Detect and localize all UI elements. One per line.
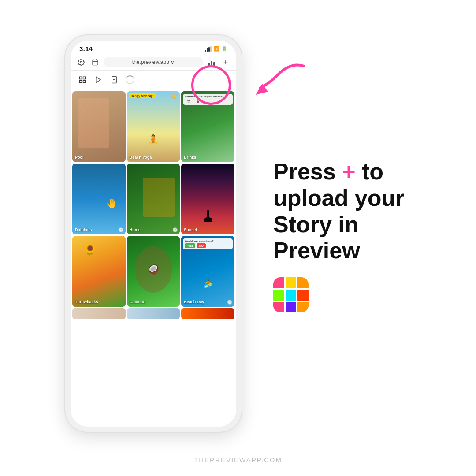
cell-clock-home: 🕐 xyxy=(172,227,178,232)
bar-chart-tab-icon[interactable] xyxy=(206,59,217,66)
poll-option-2: 🧉 xyxy=(194,99,202,104)
phone-mockup: 3:14 📶 🔋 xyxy=(65,35,242,432)
bc-bar-3 xyxy=(213,62,215,66)
cell-label-beach-yoga: Beach Yoga xyxy=(130,155,152,160)
app-icon-cell-9 xyxy=(298,302,309,313)
drinks-poll-overlay: Which one would you choose? ☕ 🧉 xyxy=(183,94,233,105)
grid-cell-home[interactable]: Home 🕐 xyxy=(127,164,180,234)
cell-label-drinks: Drinks xyxy=(184,155,196,160)
partial-cell-1 xyxy=(72,308,126,319)
grid-cell-dolphins[interactable]: 🤚 Dolphins 🕐 xyxy=(72,164,126,234)
cell-label-sunset: Sunset xyxy=(184,227,197,232)
grid-cell-beach-day[interactable]: Would you swim here? YES NO 🏄 Beach Day … xyxy=(181,236,234,307)
cell-label-pool: Pool xyxy=(75,155,84,160)
signal-bar-2 xyxy=(207,48,208,52)
svg-point-0 xyxy=(80,61,82,63)
story-in-text: Story in xyxy=(273,212,359,237)
poll-option-1: ☕ xyxy=(185,99,193,104)
arrow-svg xyxy=(247,57,309,101)
status-bar: 3:14 📶 🔋 xyxy=(71,41,236,54)
grid-cell-drinks[interactable]: Which one would you choose? ☕ 🧉 Drinks xyxy=(181,91,234,162)
app-icon-cell-5 xyxy=(286,290,297,301)
partial-row xyxy=(72,308,234,319)
main-text: Press + to upload your Story in Preview xyxy=(273,159,454,264)
cell-label-home: Home xyxy=(130,227,141,232)
swim-yes-option: YES xyxy=(185,243,195,248)
swim-no-option: NO xyxy=(197,243,206,248)
svg-rect-5 xyxy=(79,77,82,79)
status-icons: 📶 🔋 xyxy=(205,46,227,52)
cell-label-beach-day: Beach Day xyxy=(184,300,204,304)
grid-cell-beach-yoga[interactable]: Happy Monday! ☀️ 🧘 Beach Yoga xyxy=(127,91,180,162)
preview-text: Preview xyxy=(273,238,360,263)
photo-grid-container: Pool Happy Monday! ☀️ 🧘 Beach Yoga Which… xyxy=(71,89,236,427)
bottom-url: THEPREVIEWAPP.COM xyxy=(194,456,282,464)
app-icon-cell-2 xyxy=(286,277,297,288)
signal-bar-4 xyxy=(210,46,212,52)
status-time: 3:14 xyxy=(79,45,93,52)
bc-bar-1 xyxy=(208,63,210,66)
play-tab-icon[interactable] xyxy=(92,73,105,86)
phone-inner: 3:14 📶 🔋 xyxy=(71,41,236,427)
to-text: to xyxy=(356,159,384,184)
signal-bar-3 xyxy=(208,47,210,52)
svg-marker-9 xyxy=(96,77,101,83)
settings-icon[interactable] xyxy=(76,57,86,67)
calendar-icon[interactable] xyxy=(90,57,100,67)
poll-question: Which one would you choose? xyxy=(185,95,231,98)
loading-circle-icon xyxy=(126,75,134,84)
svg-rect-6 xyxy=(83,77,86,79)
app-icon-cell-7 xyxy=(273,302,284,313)
app-icon-cell-8 xyxy=(286,302,297,313)
svg-marker-13 xyxy=(256,84,268,95)
plus-icon-text: + xyxy=(342,159,355,184)
right-panel: Press + to upload your Story in Preview xyxy=(273,159,454,312)
svg-rect-8 xyxy=(83,81,86,83)
battery-icon: 🔋 xyxy=(221,46,227,52)
browser-url-bar[interactable]: the.preview.app ∨ xyxy=(104,57,203,67)
signal-bars-icon xyxy=(205,46,212,52)
grid-cell-coconut[interactable]: 🥥 Coconut xyxy=(127,236,180,307)
grid-tab-icon[interactable] xyxy=(76,73,89,86)
svg-rect-1 xyxy=(93,60,98,65)
photo-grid: Pool Happy Monday! ☀️ 🧘 Beach Yoga Which… xyxy=(72,91,234,307)
grid-cell-throwbacks[interactable]: 🌻 Throwbacks xyxy=(72,236,126,307)
sun-emoji: ☀️ xyxy=(171,93,178,100)
cell-label-throwbacks: Throwbacks xyxy=(75,300,98,304)
cell-label-dolphins: Dolphins xyxy=(75,227,92,232)
grid-cell-pool[interactable]: Pool xyxy=(72,91,126,162)
stories-tab-icon[interactable] xyxy=(108,73,121,86)
partial-cell-2 xyxy=(127,308,180,319)
partial-cell-3 xyxy=(181,308,234,319)
url-text: the.preview.app ∨ xyxy=(132,59,175,65)
bc-bar-2 xyxy=(211,61,212,66)
browser-bar: the.preview.app ∨ + xyxy=(71,54,236,71)
poll-options: ☕ 🧉 xyxy=(185,99,231,104)
signal-bar-1 xyxy=(205,50,206,52)
wifi-icon: 📶 xyxy=(213,46,219,52)
app-icon-cell-1 xyxy=(273,277,284,288)
loading-tab xyxy=(123,73,137,86)
cell-label-coconut: Coconut xyxy=(130,300,146,304)
tab-bar xyxy=(71,71,236,89)
swim-options: YES NO xyxy=(185,243,231,248)
grid-cell-sunset[interactable]: Sunset xyxy=(181,164,234,234)
app-icon-cell-3 xyxy=(298,277,309,288)
svg-rect-7 xyxy=(79,81,82,83)
swim-question: Would you swim here? xyxy=(185,240,231,242)
swim-poll-overlay: Would you swim here? YES NO xyxy=(183,238,233,249)
canvas: 3:14 📶 🔋 xyxy=(0,0,476,476)
app-icon-cell-4 xyxy=(273,290,284,301)
app-icon-grid xyxy=(273,277,309,312)
happy-monday-badge: Happy Monday! xyxy=(129,93,156,98)
press-text: Press xyxy=(273,159,342,184)
cell-clock-dolphins: 🕐 xyxy=(118,227,123,232)
upload-your-text: upload your xyxy=(273,185,405,211)
app-icon-cell-6 xyxy=(298,290,309,301)
cell-clock-beach-day: 🕐 xyxy=(227,300,232,305)
add-story-button[interactable]: + xyxy=(220,57,231,67)
